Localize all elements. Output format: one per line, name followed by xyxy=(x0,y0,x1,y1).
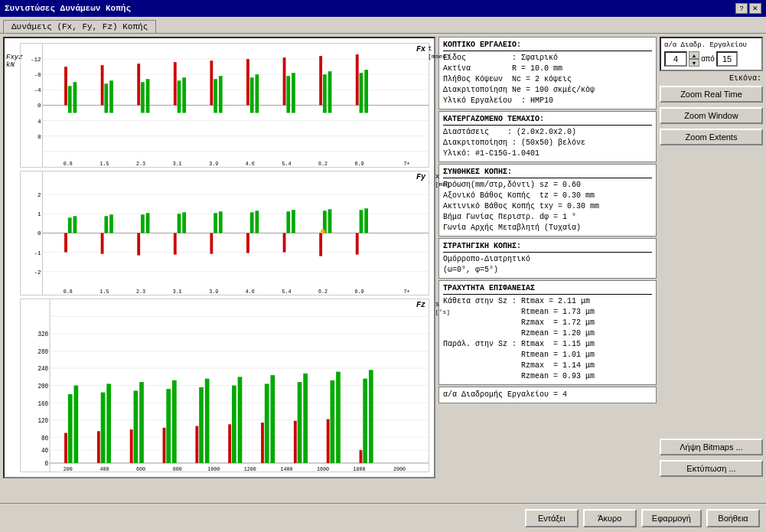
s-label: s[°s] xyxy=(435,301,450,316)
help-button[interactable]: Βοήθεια xyxy=(706,509,760,527)
svg-text:1: 1 xyxy=(37,211,41,217)
strat-row-0: Ομόρροπο-Διατρητικό xyxy=(443,254,652,265)
svg-rect-122 xyxy=(101,392,106,462)
svg-rect-84 xyxy=(210,233,213,253)
svg-rect-138 xyxy=(363,378,367,462)
svg-rect-72 xyxy=(250,212,254,233)
svg-rect-16 xyxy=(104,83,108,113)
svg-text:6.2: 6.2 xyxy=(318,289,328,295)
svg-text:-12: -12 xyxy=(31,56,41,63)
svg-text:200: 200 xyxy=(37,382,48,390)
svg-rect-22 xyxy=(214,79,217,113)
svg-text:2: 2 xyxy=(37,191,41,198)
tool-pass-label: α/α Διαδρομής Εργαλείου = 4 xyxy=(443,390,652,400)
svg-rect-144 xyxy=(195,426,198,462)
tool-info-row-4: Υλικό Εργαλείου : HMP10 xyxy=(443,96,652,106)
tab-forces[interactable]: Δυνάμεις (Fx, Fy, Fz) Κοπής xyxy=(3,20,156,33)
svg-rect-79 xyxy=(364,208,368,233)
svg-rect-127 xyxy=(172,380,177,463)
chart-fz: Fz s[°s] 0 40 xyxy=(20,299,429,472)
svg-text:1800: 1800 xyxy=(354,465,366,472)
svg-text:120: 120 xyxy=(37,416,48,425)
svg-rect-73 xyxy=(255,211,259,233)
rough-row-4: Παράλ. στην Sz : Rtmax = 1.15 μm xyxy=(443,339,652,350)
svg-rect-18 xyxy=(141,82,145,113)
rough-row-2: Rzmax = 1.72 μm xyxy=(443,318,652,328)
apply-button[interactable]: Εφαρμογή xyxy=(641,509,702,527)
zoom-real-time-button[interactable]: Zoom Real Time xyxy=(660,86,763,103)
svg-rect-132 xyxy=(265,383,269,463)
cond-row-1: Αξονικό Βάθος Κοπής tz = 0.30 mm xyxy=(443,191,652,201)
svg-text:80: 80 xyxy=(41,434,48,442)
svg-rect-121 xyxy=(73,385,78,462)
svg-rect-19 xyxy=(146,79,150,113)
right-info-panel: ΚΟΠΤΙΚΟ ΕΡΓΑΛΕΙΟ: Είδος : Σφαιρικό Ακτίν… xyxy=(438,37,657,478)
svg-rect-64 xyxy=(104,216,108,233)
svg-rect-81 xyxy=(101,233,104,253)
svg-rect-31 xyxy=(364,70,368,113)
svg-rect-139 xyxy=(369,370,373,463)
svg-text:4.6: 4.6 xyxy=(246,289,255,295)
strat-row-1: (ω=0°, φ=5°) xyxy=(443,265,652,276)
svg-rect-126 xyxy=(166,389,171,463)
fz-chart-svg: 0 40 80 120 160 200 240 280 320 xyxy=(21,299,429,472)
bitmap-button[interactable]: Λήψη Bitmaps ... xyxy=(660,439,763,455)
fx-chart-svg: 0 -8 -12 -4 4 8 xyxy=(21,44,429,167)
svg-rect-78 xyxy=(360,210,363,233)
svg-rect-20 xyxy=(178,80,181,113)
chart-fy: Fy x[mm] 0 1 2 -1 -2 xyxy=(20,171,429,295)
svg-rect-23 xyxy=(219,76,223,113)
svg-text:2.3: 2.3 xyxy=(136,289,145,295)
close-title-button[interactable]: ✕ xyxy=(749,3,761,14)
rough-row-0: Κάθετα στην Sz : Rtmax = 2.11 μm xyxy=(443,296,652,307)
svg-text:200: 200 xyxy=(64,465,73,472)
svg-rect-33 xyxy=(101,65,104,105)
strategy-info-title: ΣΤΡΑΤΗΓΙΚΗ ΚΟΠΗΣ: xyxy=(443,241,652,253)
svg-rect-14 xyxy=(68,86,72,113)
svg-text:0: 0 xyxy=(37,102,41,109)
svg-rect-140 xyxy=(64,432,67,462)
print-button[interactable]: Εκτύπωση ... xyxy=(660,460,763,477)
svg-rect-87 xyxy=(319,233,322,256)
svg-rect-21 xyxy=(182,77,186,113)
workpiece-row-1: Διακριτοποίηση : (50x50) βελόνε xyxy=(443,138,652,149)
svg-text:1.5: 1.5 xyxy=(99,161,109,167)
tool-pass-box: α/α Διαδρομής Εργαλείου = 4 xyxy=(438,387,657,403)
svg-rect-86 xyxy=(283,233,286,252)
svg-rect-136 xyxy=(331,380,335,463)
svg-text:600: 600 xyxy=(136,465,145,472)
svg-text:1600: 1600 xyxy=(317,465,329,472)
svg-rect-38 xyxy=(283,57,286,105)
spin-down-button[interactable]: ▼ xyxy=(689,59,699,67)
fz-label: Fz xyxy=(416,301,425,309)
help-title-button[interactable]: ? xyxy=(735,3,748,14)
svg-rect-149 xyxy=(360,450,363,463)
tool-info-title: ΚΟΠΤΙΚΟ ΕΡΓΑΛΕΙΟ: xyxy=(443,40,652,51)
spin-up-button[interactable]: ▲ xyxy=(689,51,699,59)
svg-text:0: 0 xyxy=(45,460,49,468)
fy-chart-svg: 0 1 2 -1 -2 xyxy=(21,171,429,295)
svg-text:800: 800 xyxy=(173,465,182,472)
cancel-button[interactable]: Άκυρο xyxy=(583,509,637,527)
svg-rect-123 xyxy=(106,383,111,463)
svg-text:7+: 7+ xyxy=(403,289,409,295)
svg-rect-35 xyxy=(174,62,177,105)
zoom-window-button[interactable]: Zoom Window xyxy=(660,107,763,124)
svg-rect-145 xyxy=(228,424,231,463)
tool-counter-input[interactable] xyxy=(664,51,687,67)
svg-rect-70 xyxy=(214,213,217,233)
svg-text:5.4: 5.4 xyxy=(282,161,291,167)
tool-info-row-3: Διακριτοποίηση Ne = 100 σκμές/κόψ xyxy=(443,85,652,96)
ok-button[interactable]: Εντάξει xyxy=(525,509,579,527)
svg-text:40: 40 xyxy=(41,447,48,455)
side-panel: α/α Διαδρ. Εργαλείου ▲ ▼ από Εικόνα: Zoo… xyxy=(660,37,763,478)
workpiece-info-title: ΚΑΤΕΡΓΑΖΟΜΕΝΟ ΤΕΜΑΧΙΟ: xyxy=(443,114,652,126)
svg-rect-131 xyxy=(238,377,243,463)
zoom-extents-button[interactable]: Zoom Extents xyxy=(660,129,763,145)
svg-rect-75 xyxy=(292,210,295,233)
cond-row-4: Γωνία Αρχής Μεταβλητή (Τυχαία) xyxy=(443,223,652,233)
counter-to-input[interactable] xyxy=(716,51,738,67)
svg-rect-66 xyxy=(141,214,145,233)
svg-rect-69 xyxy=(182,212,186,233)
window-title: Συνιστώσες Δυνάμεων Κοπής xyxy=(5,4,131,13)
